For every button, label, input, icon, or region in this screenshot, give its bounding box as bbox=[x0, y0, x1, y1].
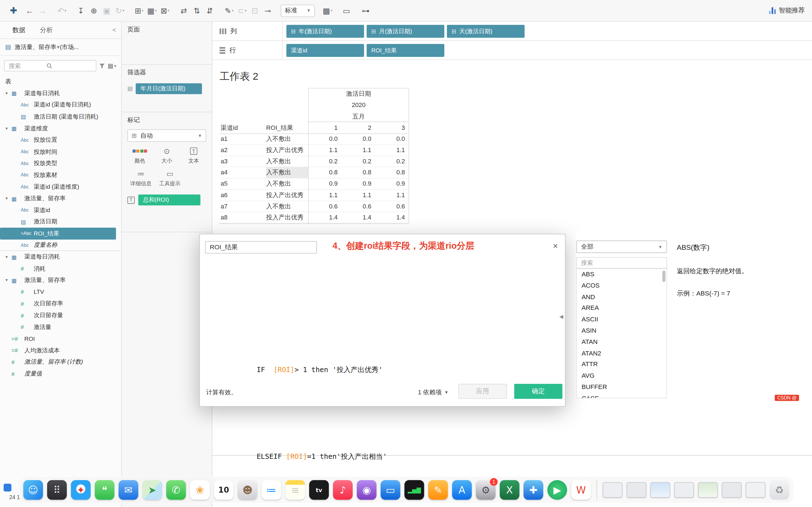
size-button[interactable]: ⊙ 大小 bbox=[155, 147, 178, 165]
messages[interactable]: ❝ bbox=[95, 480, 114, 500]
collapse-pane-icon[interactable]: < bbox=[112, 26, 116, 34]
row-pill[interactable]: 渠道id bbox=[287, 44, 364, 57]
expand-caret-icon[interactable]: ▼ bbox=[5, 278, 11, 283]
row-header-channel[interactable]: 渠道id bbox=[220, 122, 238, 133]
field-row[interactable]: Abc 投放时间 bbox=[0, 146, 121, 158]
screen-sharing[interactable]: ▭ bbox=[380, 480, 400, 500]
search-box[interactable] bbox=[4, 60, 96, 71]
forward-icon[interactable]: → bbox=[36, 4, 49, 17]
minimized-window[interactable] bbox=[746, 482, 765, 498]
minimized-window[interactable] bbox=[722, 482, 742, 498]
table-row[interactable]: a2 投入产出优秀 1.11.11.1 bbox=[220, 145, 409, 156]
field-row[interactable]: ▼ ▦ 渠道维度 bbox=[0, 122, 121, 134]
swap-axes-icon[interactable]: ⇄ bbox=[177, 4, 191, 17]
function-list-item[interactable]: CASE bbox=[577, 393, 666, 398]
minimized-window[interactable] bbox=[626, 482, 646, 498]
refresh-icon[interactable]: ↻ ▾ bbox=[113, 4, 126, 17]
function-list-item[interactable]: ACOS bbox=[577, 280, 666, 291]
field-row[interactable]: ▤ 激活日期 (渠道每日消耗) bbox=[0, 111, 121, 122]
text-button[interactable]: T 文本 bbox=[183, 147, 205, 165]
table-row[interactable]: a3 入不敷出 0.20.20.2 bbox=[220, 156, 409, 167]
show-chart-icon[interactable]: ▦ ▾ bbox=[146, 4, 158, 17]
day-header[interactable]: 3 bbox=[375, 122, 409, 133]
expand-caret-icon[interactable]: ▼ bbox=[5, 126, 11, 131]
detail-button[interactable]: ≔ 详细信息 bbox=[129, 170, 153, 187]
field-row[interactable]: =# ROI bbox=[0, 333, 121, 344]
stocks[interactable]: ▂▅▇ bbox=[404, 480, 424, 500]
collapse-field-icon[interactable]: ⊟ bbox=[371, 28, 376, 34]
expand-caret-icon[interactable]: ▼ bbox=[5, 255, 11, 260]
day-header[interactable]: 1 bbox=[308, 122, 342, 133]
launchpad[interactable]: ⠿ bbox=[47, 480, 67, 500]
reminders[interactable]: ≔ bbox=[262, 480, 282, 500]
mark-type-dropdown[interactable]: ⊞ 自动 ▼ bbox=[128, 129, 206, 142]
function-search-box[interactable] bbox=[576, 257, 667, 269]
collapse-functions-icon[interactable]: ◀ bbox=[559, 314, 563, 319]
color-button[interactable]: 颜色 bbox=[129, 147, 151, 165]
add-data-icon[interactable]: ⊕ bbox=[87, 4, 100, 17]
filters-card[interactable]: 筛选器 ▤ 年月日(激活日期) bbox=[122, 65, 212, 112]
filter-pill[interactable]: 年月日(激活日期) bbox=[136, 83, 202, 94]
function-search-input[interactable] bbox=[580, 259, 663, 267]
function-list-item[interactable]: ABS bbox=[577, 269, 666, 280]
contacts[interactable]: ☻ bbox=[238, 480, 257, 500]
ok-button[interactable]: 确定 bbox=[514, 384, 562, 399]
excel[interactable]: X bbox=[500, 480, 519, 500]
field-row[interactable]: # 消耗 bbox=[0, 263, 121, 274]
share-icon[interactable]: ⊶ bbox=[359, 4, 372, 17]
minimized-window[interactable] bbox=[603, 482, 622, 498]
function-category-dropdown[interactable]: 全部 ▼ bbox=[576, 240, 667, 253]
pages-card[interactable]: 页面 bbox=[122, 22, 212, 64]
column-pill[interactable]: ⊟ 年(激活日期) bbox=[287, 24, 364, 38]
tab-data[interactable]: 数据 bbox=[5, 22, 33, 38]
field-row[interactable]: Abc 投放类型 bbox=[0, 158, 121, 169]
clear-sheet-icon[interactable]: ⊠ ▾ bbox=[158, 4, 171, 17]
column-dimension-header[interactable]: 激活日期 bbox=[308, 88, 409, 99]
scrollbar-thumb[interactable] bbox=[662, 271, 665, 282]
sort-descending-icon[interactable]: ⇵ bbox=[204, 4, 216, 17]
trash-icon[interactable]: ♻ bbox=[769, 480, 789, 500]
field-row[interactable]: ▼ ▦ 激活量、留存率 bbox=[0, 274, 121, 286]
safari[interactable]: ✦ bbox=[71, 480, 91, 500]
table-row[interactable]: a5 入不敷出 0.90.90.9 bbox=[220, 179, 409, 190]
field-row[interactable]: ▼ ▦ 激活量、留存率 bbox=[0, 193, 121, 204]
apply-button[interactable]: 应用 bbox=[458, 384, 507, 399]
sheet-title[interactable]: 工作表 2 bbox=[220, 69, 258, 83]
day-header[interactable]: 2 bbox=[342, 122, 375, 133]
mail[interactable]: ✉ bbox=[119, 480, 139, 500]
field-row[interactable]: Abc 渠道id (渠道每日消耗) bbox=[0, 99, 121, 111]
marks-pill-sum-roi[interactable]: 总和(ROI) bbox=[138, 194, 200, 206]
undo-icon[interactable]: ↶ ▾ bbox=[56, 4, 68, 17]
month-header[interactable]: 五月 bbox=[308, 111, 409, 122]
view-options-icon[interactable]: ▦▼ bbox=[108, 62, 117, 69]
new-worksheet-icon[interactable]: ⊞ ▾ bbox=[133, 4, 146, 17]
table-row[interactable]: a8 投入产出优秀 1.41.41.4 bbox=[220, 212, 409, 224]
table-row[interactable]: a4 入不敷出 0.80.80.8 bbox=[220, 167, 409, 179]
close-icon[interactable]: ✕ bbox=[553, 242, 558, 250]
minimized-window[interactable] bbox=[651, 482, 670, 498]
table-row[interactable]: a7 入不敷出 0.60.60.6 bbox=[220, 201, 409, 212]
field-row[interactable]: Abc 渠道id bbox=[0, 204, 121, 216]
tab-analytics[interactable]: 分析 bbox=[33, 22, 60, 38]
annotation-icon[interactable]: ⊂ ▾ bbox=[236, 4, 249, 17]
field-row[interactable]: ▼ ▦ 渠道每日消耗 bbox=[0, 251, 121, 263]
table-row[interactable]: a1 入不敷出 0.00.00.0 bbox=[220, 133, 409, 145]
search-input[interactable] bbox=[8, 62, 44, 69]
field-row[interactable]: Abc 投放素材 bbox=[0, 169, 121, 181]
minimized-window[interactable] bbox=[698, 482, 718, 498]
row-pill[interactable]: ROI_结果 bbox=[366, 44, 444, 57]
field-row[interactable]: Abc 渠道id (渠道维度) bbox=[0, 181, 121, 192]
collapse-field-icon[interactable]: ⊟ bbox=[452, 28, 456, 34]
system-settings[interactable]: ⚙ 1 bbox=[476, 480, 496, 500]
tv[interactable]: tv bbox=[309, 480, 329, 500]
function-list-item[interactable]: AREA bbox=[577, 303, 666, 314]
app-store[interactable]: A bbox=[452, 480, 472, 500]
save-icon[interactable]: ↧ bbox=[74, 4, 87, 17]
field-row[interactable]: # 激活量 bbox=[0, 321, 121, 333]
field-row[interactable]: # 次日留存率 bbox=[0, 298, 121, 309]
photos[interactable]: ❀ bbox=[190, 480, 210, 500]
function-list-item[interactable]: ATTR bbox=[577, 359, 666, 371]
field-row[interactable]: # 度量值 bbox=[0, 368, 121, 379]
notes[interactable]: ≡ bbox=[285, 480, 305, 500]
podcasts[interactable]: ◉ bbox=[357, 480, 377, 500]
